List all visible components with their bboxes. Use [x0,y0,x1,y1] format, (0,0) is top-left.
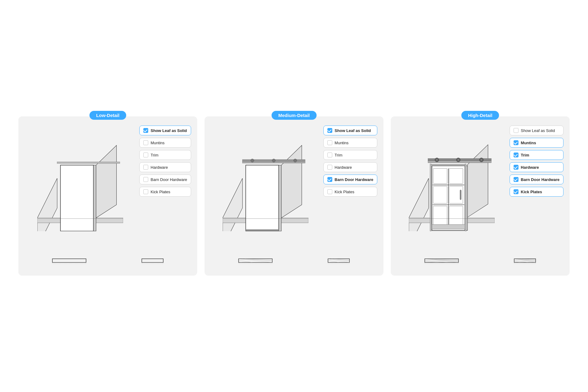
panel-high-detail: High-Detail [391,116,570,276]
svg-point-20 [293,159,297,162]
option-medium-detail-4[interactable]: Barn Door Hardware [323,175,377,184]
floor-plan-item-high-detail-1 [513,257,537,270]
option-high-detail-5[interactable]: Kick Plates [510,187,564,197]
checkbox-low-detail-0 [143,128,148,133]
svg-marker-15 [281,145,302,218]
option-low-detail-3[interactable]: Hardware [139,162,191,172]
option-medium-detail-3[interactable]: Hardware [323,162,377,172]
svg-rect-7 [52,259,86,262]
badge-medium-detail: Medium-Detail [272,111,317,120]
svg-marker-36 [409,178,429,231]
option-label-high-detail-5: Kick Plates [521,190,542,194]
door-illustration-low-detail [24,126,136,231]
floor-plan-item-low-detail-1 [140,257,165,270]
svg-rect-61 [430,164,431,231]
svg-line-78 [514,260,528,262]
option-label-medium-detail-2: Trim [335,153,343,157]
door-illustration-medium-detail [211,126,320,231]
checkbox-high-detail-5 [514,189,518,194]
options-list-high-detail: Show Leaf as SolidMuntinsTrimHardwareBar… [510,126,564,197]
svg-rect-13 [246,165,279,231]
svg-rect-5 [57,162,120,163]
checkbox-medium-detail-3 [327,165,332,170]
option-high-detail-1[interactable]: Muntins [510,138,564,148]
option-label-high-detail-4: Barn Door Hardware [521,177,560,182]
svg-line-34 [328,260,339,262]
content-high-detail: Show Leaf as SolidMuntinsTrimHardwareBar… [397,126,564,252]
checkbox-low-detail-3 [143,165,148,170]
option-medium-detail-0[interactable]: Show Leaf as Solid [323,126,377,135]
option-low-detail-0[interactable]: Show Leaf as Solid [139,126,191,135]
option-label-high-detail-0: Show Leaf as Solid [521,128,555,133]
checkbox-low-detail-4 [143,177,148,182]
floor-plan-item-medium-detail-0 [237,257,274,270]
option-high-detail-4[interactable]: Barn Door Hardware [510,175,564,184]
door-illustration-high-detail [397,126,507,231]
panel-low-detail: Low-Detail Show Leaf as SolidMuntinsTrim… [18,116,197,276]
svg-point-54 [436,159,438,161]
svg-marker-0 [37,178,57,231]
panel-medium-detail: Medium-Detail [205,116,383,276]
svg-rect-9 [142,259,163,262]
option-label-low-detail-4: Barn Door Hardware [151,177,187,182]
svg-line-25 [242,259,272,261]
svg-marker-50 [467,145,488,217]
svg-point-19 [272,159,275,162]
main-container: Low-Detail Show Leaf as SolidMuntinsTrim… [18,116,570,276]
checkbox-low-detail-1 [143,140,148,145]
svg-rect-14 [279,165,281,231]
badge-high-detail: High-Detail [461,111,499,120]
option-label-medium-detail-3: Hardware [335,165,352,170]
option-low-detail-5[interactable]: Kick Plates [139,187,191,197]
svg-point-18 [251,159,254,162]
option-label-medium-detail-1: Muntins [335,141,349,145]
option-medium-detail-5[interactable]: Kick Plates [323,187,377,197]
option-low-detail-2[interactable]: Trim [139,150,191,160]
option-low-detail-1[interactable]: Muntins [139,138,191,148]
svg-rect-59 [432,224,465,229]
option-label-medium-detail-5: Kick Plates [335,190,354,194]
svg-rect-62 [465,164,466,231]
checkbox-medium-detail-2 [327,153,332,157]
checkbox-low-detail-2 [143,153,148,157]
option-label-medium-detail-0: Show Leaf as Solid [335,128,371,133]
option-high-detail-2[interactable]: Trim [510,150,564,160]
content-low-detail: Show Leaf as SolidMuntinsTrimHardwareBar… [24,126,191,252]
svg-marker-11 [223,178,243,231]
checkbox-medium-detail-4 [327,177,332,182]
option-low-detail-4[interactable]: Barn Door Hardware [139,175,191,184]
checkbox-low-detail-5 [143,189,148,194]
floor-plan-row-medium-detail [211,257,377,270]
svg-rect-3 [93,165,96,231]
svg-line-27 [239,260,252,262]
option-label-low-detail-5: Kick Plates [151,190,170,194]
badge-low-detail: Low-Detail [89,111,126,120]
checkbox-medium-detail-0 [327,128,332,133]
checkbox-medium-detail-1 [327,140,332,145]
checkbox-high-detail-4 [514,177,518,182]
svg-marker-4 [96,145,117,218]
options-list-low-detail: Show Leaf as SolidMuntinsTrimHardwareBar… [139,126,191,197]
checkbox-medium-detail-5 [327,189,332,194]
option-high-detail-0[interactable]: Show Leaf as Solid [510,126,564,135]
options-list-medium-detail: Show Leaf as SolidMuntinsTrimHardwareBar… [323,126,377,197]
checkbox-high-detail-1 [514,140,518,145]
svg-rect-2 [61,165,94,231]
option-high-detail-3[interactable]: Hardware [510,162,564,172]
svg-point-58 [480,159,482,161]
floor-plan-item-high-detail-0 [423,257,460,270]
floor-plan-item-medium-detail-1 [326,257,351,270]
option-label-low-detail-3: Hardware [151,165,168,170]
content-medium-detail: Show Leaf as SolidMuntinsTrimHardwareBar… [211,126,377,252]
option-medium-detail-1[interactable]: Muntins [323,138,377,148]
option-label-high-detail-2: Trim [521,153,529,157]
checkbox-high-detail-0 [514,128,518,133]
option-label-medium-detail-4: Barn Door Hardware [335,177,373,182]
option-label-low-detail-0: Show Leaf as Solid [151,128,187,133]
option-medium-detail-2[interactable]: Trim [323,150,377,160]
checkbox-high-detail-3 [514,165,518,170]
svg-line-70 [425,260,448,262]
floor-plan-row-low-detail [24,257,191,270]
svg-rect-60 [460,190,461,200]
option-label-low-detail-2: Trim [151,153,159,157]
